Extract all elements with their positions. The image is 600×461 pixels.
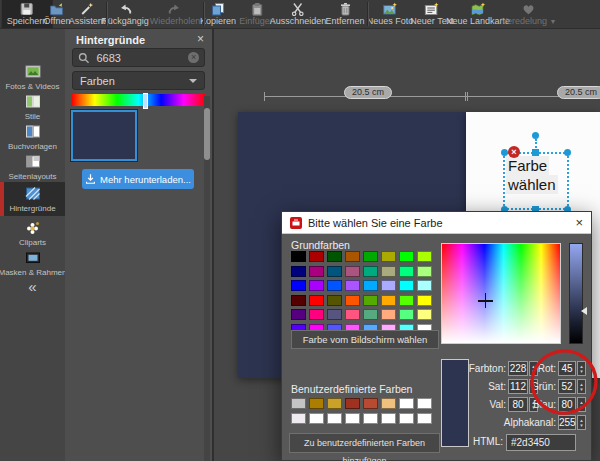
pick-from-screen-button[interactable]: Farbe vom Bildschirm wählen [291, 330, 439, 349]
hue-value-input[interactable]: 228 [508, 361, 528, 376]
sidebar-item-layouts[interactable]: Seitenlayouts [0, 152, 65, 182]
sidebar-item-styles[interactable]: Stile [0, 92, 65, 122]
hue-spectrum-slider[interactable] [72, 94, 205, 106]
hue-saturation-picker[interactable] [441, 243, 561, 344]
basic-color-swatch[interactable] [417, 251, 432, 262]
add-custom-color-button[interactable]: Zu benutzerdefinierten Farben hinzufügen [289, 433, 440, 453]
basic-color-swatch[interactable] [309, 280, 324, 291]
panel-close-icon[interactable]: × [197, 32, 204, 46]
search-input[interactable] [94, 51, 183, 65]
custom-color-swatch[interactable] [417, 398, 432, 409]
custom-color-swatch[interactable] [291, 413, 306, 424]
sidebar-item-templates[interactable]: Buchvorlagen [0, 122, 65, 152]
basic-color-swatch[interactable] [291, 295, 306, 306]
download-more-button[interactable]: Mehr herunterladen... [82, 169, 194, 189]
background-color-swatch-selected[interactable] [71, 110, 137, 161]
basic-color-swatch[interactable] [381, 309, 396, 320]
sidebar-item-cliparts[interactable]: Cliparts [0, 218, 65, 248]
delete-element-icon[interactable]: × [508, 146, 520, 158]
green-spinner[interactable]: ▲▼ [577, 379, 586, 394]
basic-color-swatch[interactable] [291, 280, 306, 291]
resize-handle-top-right[interactable] [564, 149, 571, 156]
custom-color-swatch[interactable] [345, 413, 360, 424]
red-spinner[interactable]: ▲▼ [577, 361, 586, 376]
rotation-handle[interactable] [532, 132, 539, 139]
basic-color-swatch[interactable] [309, 295, 324, 306]
sidebar-collapse-button[interactable]: « [0, 278, 65, 295]
dialog-close-icon[interactable]: × [575, 215, 583, 230]
custom-color-swatch[interactable] [309, 398, 324, 409]
basic-color-swatch[interactable] [327, 309, 342, 320]
basic-color-swatch[interactable] [381, 251, 396, 262]
value-slider-handle[interactable] [581, 307, 587, 315]
custom-color-swatch[interactable] [309, 413, 324, 424]
basic-color-swatch[interactable] [291, 251, 306, 262]
hue-slider-handle[interactable] [143, 93, 148, 109]
custom-color-swatch[interactable] [417, 413, 432, 424]
basic-color-swatch[interactable] [399, 280, 414, 291]
basic-color-swatch[interactable] [345, 295, 360, 306]
spin-down-icon[interactable]: ▼ [579, 423, 583, 428]
panel-scrollbar[interactable] [204, 96, 210, 461]
panel-scrollbar-thumb[interactable] [204, 108, 210, 160]
custom-color-swatch[interactable] [381, 398, 396, 409]
basic-color-swatch[interactable] [399, 295, 414, 306]
basic-color-swatch[interactable] [417, 266, 432, 277]
basic-color-swatch[interactable] [327, 295, 342, 306]
basic-color-swatch[interactable] [363, 309, 378, 320]
green-value-input[interactable]: 52 [558, 379, 576, 394]
resize-handle-top-center[interactable] [532, 149, 539, 156]
basic-color-swatch[interactable] [345, 251, 360, 262]
basic-color-swatch[interactable] [327, 266, 342, 277]
custom-color-swatch[interactable] [381, 413, 396, 424]
basic-color-swatch[interactable] [381, 266, 396, 277]
basic-color-swatch[interactable] [417, 295, 432, 306]
basic-color-swatch[interactable] [417, 309, 432, 320]
custom-color-swatch[interactable] [345, 398, 360, 409]
sidebar-item-photos[interactable]: Fotos & Videos [0, 62, 65, 92]
basic-color-swatch[interactable] [345, 266, 360, 277]
saturation-value-input[interactable]: 112 [508, 379, 528, 394]
spin-down-icon[interactable]: ▼ [579, 405, 583, 410]
text-element[interactable]: Farbe wählen [506, 156, 558, 194]
value-value-input[interactable]: 80 [508, 397, 528, 412]
clear-search-icon[interactable]: × [188, 52, 199, 63]
spin-down-icon[interactable]: ▼ [579, 387, 583, 392]
basic-color-swatch[interactable] [345, 309, 360, 320]
basic-color-swatch[interactable] [399, 309, 414, 320]
basic-color-swatch[interactable] [363, 295, 378, 306]
basic-color-swatch[interactable] [363, 266, 378, 277]
basic-color-swatch[interactable] [381, 295, 396, 306]
custom-color-swatch[interactable] [399, 398, 414, 409]
background-search-box[interactable]: × [72, 48, 205, 67]
value-slider[interactable] [569, 243, 583, 344]
dialog-titlebar[interactable]: Bitte wählen Sie eine Farbe × [282, 212, 591, 234]
sidebar-item-masks[interactable]: Masken & Rahmen [0, 248, 65, 278]
red-value-input[interactable]: 45 [558, 361, 576, 376]
blue-value-input[interactable]: 80 [558, 397, 576, 412]
blue-spinner[interactable]: ▲▼ [577, 397, 586, 412]
spin-down-icon[interactable]: ▼ [579, 369, 583, 374]
category-dropdown[interactable]: Farben [72, 71, 205, 90]
custom-color-swatch[interactable] [363, 413, 378, 424]
basic-color-swatch[interactable] [399, 251, 414, 262]
resize-handle-top-left[interactable] [501, 149, 508, 156]
html-color-input[interactable] [506, 434, 576, 451]
custom-color-swatch[interactable] [327, 413, 342, 424]
custom-color-swatch[interactable] [327, 398, 342, 409]
basic-color-swatch[interactable] [327, 251, 342, 262]
basic-color-swatch[interactable] [309, 251, 324, 262]
basic-color-swatch[interactable] [363, 280, 378, 291]
basic-color-swatch[interactable] [327, 280, 342, 291]
sidebar-item-backgrounds[interactable]: Hintergründe [0, 182, 65, 216]
alpha-spinner[interactable]: ▲▼ [577, 415, 586, 430]
custom-color-swatch[interactable] [399, 413, 414, 424]
basic-color-swatch[interactable] [399, 266, 414, 277]
basic-color-swatch[interactable] [381, 280, 396, 291]
basic-color-swatch[interactable] [363, 251, 378, 262]
basic-color-swatch[interactable] [291, 266, 306, 277]
custom-color-swatch[interactable] [363, 398, 378, 409]
alpha-value-input[interactable]: 255 [558, 415, 576, 430]
basic-color-swatch[interactable] [345, 280, 360, 291]
custom-color-swatch[interactable] [291, 398, 306, 409]
